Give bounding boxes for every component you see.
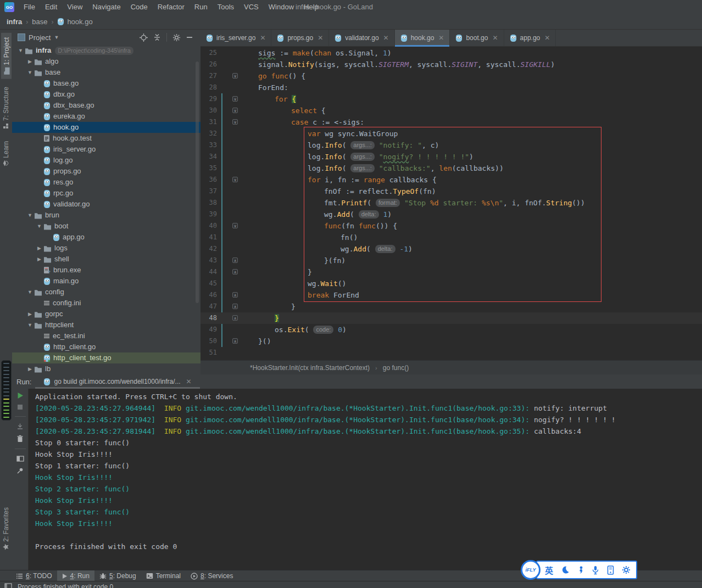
punctuation-toggle-button[interactable] xyxy=(577,565,584,574)
tree-item-log-go[interactable]: log.go xyxy=(12,155,200,166)
tab-props-go[interactable]: props.go✕ xyxy=(271,30,329,46)
tree-item-hook-go-test[interactable]: hook.go.test xyxy=(12,133,200,144)
tree-item-boot[interactable]: ▼boot xyxy=(12,221,200,232)
menu-item-file[interactable]: File xyxy=(19,0,40,14)
run-console[interactable]: Application started. Press CTRL+C to shu… xyxy=(29,389,702,570)
project-panel-title[interactable]: Project xyxy=(29,33,51,42)
code-line-41[interactable]: 41fn() xyxy=(200,232,702,243)
chevron-right-icon[interactable]: ▶ xyxy=(26,56,34,67)
collapse-icon[interactable] xyxy=(153,33,161,41)
code-line-48[interactable]: 48∧} xyxy=(200,312,702,324)
tree-item-lb[interactable]: ▶lb xyxy=(12,363,200,373)
tree-item-brun[interactable]: ▼brun xyxy=(12,210,200,221)
tree-item-eureka-go[interactable]: eureka.go xyxy=(12,111,200,122)
code-line-26[interactable]: 26signal.Notify(sigs, syscall.SIGTERM, s… xyxy=(200,59,702,70)
stop-button[interactable] xyxy=(17,404,23,410)
scroll-to-end-button[interactable] xyxy=(16,423,24,430)
close-icon[interactable]: ✕ xyxy=(438,34,444,42)
fold-marker-icon[interactable]: ∨ xyxy=(232,73,238,79)
code-editor[interactable]: 25sigs := make(chan os.Signal, 1)26signa… xyxy=(200,46,702,360)
code-line-42[interactable]: 42wg.Add( delta: -1) xyxy=(200,243,702,255)
chevron-down-icon[interactable]: ▼ xyxy=(26,320,34,331)
chevron-right-icon[interactable]: ▶ xyxy=(35,243,43,254)
menu-item-window[interactable]: Window xyxy=(264,0,299,14)
tree-item-base-go[interactable]: base.go xyxy=(12,78,200,89)
close-icon[interactable]: ✕ xyxy=(544,34,550,42)
locate-icon[interactable] xyxy=(140,33,148,42)
gear-icon[interactable] xyxy=(622,565,631,574)
breadcrumb-item-infra[interactable]: infra xyxy=(7,18,22,26)
code-line-37[interactable]: 37fnOf := reflect.TypeOf(fn) xyxy=(200,186,702,197)
code-line-34[interactable]: 34log.Info( args...: "nogify? ! ! ! ! ! … xyxy=(200,151,702,163)
toolwindow-button-debug[interactable]: 5: Debug xyxy=(94,570,141,581)
tree-item-algo[interactable]: ▶algo xyxy=(12,56,200,67)
tree-item-dbx-go[interactable]: dbx.go xyxy=(12,89,200,100)
chevron-right-icon[interactable]: ▶ xyxy=(35,254,43,265)
chevron-down-icon[interactable]: ▼ xyxy=(16,45,25,56)
menu-item-run[interactable]: Run xyxy=(190,0,213,14)
tree-item-config[interactable]: ▼config xyxy=(12,287,200,298)
tree-item-validator-go[interactable]: validator.go xyxy=(12,199,200,210)
menu-item-edit[interactable]: Edit xyxy=(40,0,62,14)
tree-item-infra[interactable]: ▼infraD:\iProject\coding-345\infra xyxy=(12,45,200,56)
tree-item-hook-go[interactable]: hook.go xyxy=(12,122,200,133)
tool-window-toggle-icon[interactable] xyxy=(4,583,12,588)
close-icon[interactable]: ✕ xyxy=(186,378,192,385)
chevron-down-icon[interactable]: ▼ xyxy=(26,287,34,298)
code-line-31[interactable]: 31∨case c := <-sigs: xyxy=(200,116,702,128)
code-line-30[interactable]: 30∨select { xyxy=(200,105,702,116)
tree-item-rpc-go[interactable]: rpc.go xyxy=(12,188,200,199)
tree-item-main-go[interactable]: main.go xyxy=(12,276,200,287)
breadcrumb-item-hook.go[interactable]: hook.go xyxy=(67,18,92,26)
tree-item-ec_test-ini[interactable]: ec_test.ini xyxy=(12,331,200,341)
tree-item-dbx_base-go[interactable]: dbx_base.go xyxy=(12,100,200,111)
code-line-45[interactable]: 45wg.Wait() xyxy=(200,278,702,289)
tree-item-http_client_test-go[interactable]: http_client_test.go xyxy=(12,352,200,363)
pin-button[interactable] xyxy=(16,467,24,474)
fold-marker-icon[interactable]: ∧ xyxy=(232,257,238,263)
code-line-35[interactable]: 35log.Info( args...: "callbacks:", len(c… xyxy=(200,163,702,174)
tree-item-props-go[interactable]: props.go xyxy=(12,166,200,177)
fold-marker-icon[interactable]: ∨ xyxy=(232,119,238,125)
code-line-43[interactable]: 43∧}(fn) xyxy=(200,255,702,266)
tree-item-config-ini[interactable]: config.ini xyxy=(12,298,200,309)
chevron-right-icon[interactable]: ▶ xyxy=(26,309,34,320)
tree-item-app-go[interactable]: app.go xyxy=(12,232,200,243)
code-line-50[interactable]: 50∧}() xyxy=(200,335,702,347)
stripe-item-7-structure[interactable]: 7: Structure xyxy=(1,82,11,133)
rerun-button[interactable] xyxy=(17,392,24,399)
toolwindow-button-run[interactable]: 4: Run xyxy=(57,570,94,581)
chevron-down-icon[interactable]: ▼ xyxy=(54,35,59,40)
code-line-51[interactable]: 51 xyxy=(200,347,702,359)
code-line-25[interactable]: 25sigs := make(chan os.Signal, 1) xyxy=(200,47,702,59)
fold-marker-icon[interactable]: ∧ xyxy=(232,304,238,309)
menu-item-vcs[interactable]: VCS xyxy=(239,0,264,14)
fold-marker-icon[interactable]: ∧ xyxy=(232,269,238,275)
code-line-38[interactable]: 38fmt.Printf( format: "Stop %d starter: … xyxy=(200,197,702,209)
code-line-29[interactable]: 29∨for { xyxy=(200,93,702,105)
fold-marker-icon[interactable]: ∧ xyxy=(232,292,238,298)
editor-breadcrumb-item[interactable]: go func() xyxy=(383,364,409,372)
chevron-down-icon[interactable]: ▼ xyxy=(26,67,34,78)
code-line-36[interactable]: 36∨for i, fn := range callbacks { xyxy=(200,174,702,186)
clear-all-button[interactable] xyxy=(16,435,24,443)
menu-item-tools[interactable]: Tools xyxy=(213,0,239,14)
code-line-32[interactable]: 32var wg sync.WaitGroup xyxy=(200,128,702,139)
handwriting-pad-icon[interactable] xyxy=(607,565,614,575)
code-line-44[interactable]: 44∧} xyxy=(200,266,702,278)
toolwindow-button-terminal[interactable]: Terminal xyxy=(141,570,186,581)
project-tree-scrollbar[interactable] xyxy=(196,61,199,303)
tab-hook-go[interactable]: hook.go✕ xyxy=(395,30,450,46)
tab-validator-go[interactable]: validator.go✕ xyxy=(329,30,394,46)
toolwindow-button-services[interactable]: 8: Services xyxy=(186,570,238,581)
toolwindow-button-todo[interactable]: 6: TODO xyxy=(11,570,57,581)
code-line-39[interactable]: 39wg.Add( delta: 1) xyxy=(200,209,702,220)
fold-marker-icon[interactable]: ∧ xyxy=(232,338,238,344)
fold-marker-icon[interactable]: ∨ xyxy=(232,96,238,102)
code-line-49[interactable]: 49os.Exit( code: 0) xyxy=(200,324,702,335)
tree-item-http_client-go[interactable]: http_client.go xyxy=(12,341,200,352)
fold-marker-icon[interactable]: ∨ xyxy=(232,177,238,182)
stripe-item-1-project[interactable]: 1: Project xyxy=(1,33,12,79)
stripe-item-2-favorites[interactable]: 2: Favorites xyxy=(1,503,11,555)
tree-item-res-go[interactable]: res.go xyxy=(12,177,200,188)
